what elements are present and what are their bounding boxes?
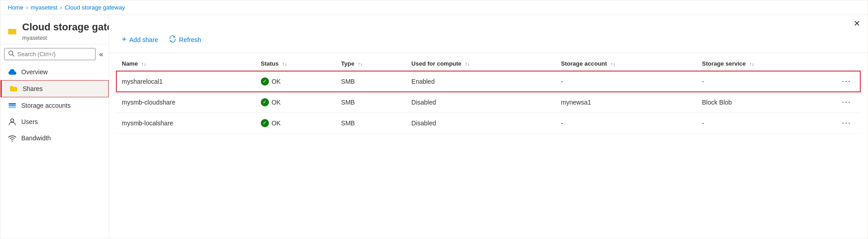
svg-point-12 <box>12 141 13 142</box>
check-icon: ✓ <box>261 98 269 106</box>
row-more-button[interactable]: ··· <box>838 117 855 129</box>
sidebar-item-bandwidth[interactable]: Bandwidth <box>0 130 109 146</box>
cell-more-actions: ··· <box>833 92 860 113</box>
header-text: Cloud storage gateway | Shares <box>22 20 109 41</box>
resource-title: Cloud storage gateway <box>22 21 109 33</box>
cell-compute: Disabled <box>406 113 556 134</box>
cell-name: mysharelocal1 <box>116 71 255 92</box>
svg-line-7 <box>13 55 14 57</box>
sidebar-item-shares[interactable]: Shares <box>0 80 109 97</box>
sidebar-item-label-users: Users <box>21 118 38 125</box>
sidebar-item-label-bandwidth: Bandwidth <box>21 134 51 142</box>
sidebar-item-users[interactable]: Users <box>0 114 109 130</box>
cell-status: ✓ OK <box>255 113 336 134</box>
sort-icon-name: ↑↓ <box>141 61 146 67</box>
storage-icon <box>8 101 17 110</box>
col-status-label: Status <box>261 60 279 67</box>
search-icon <box>8 50 14 58</box>
cell-status: ✓ OK <box>255 92 336 113</box>
col-actions <box>833 57 860 71</box>
wifi-icon <box>8 134 17 143</box>
col-storage-account[interactable]: Storage account ↑↓ <box>556 57 697 71</box>
page-container: Home › myasetest › Cloud storage gateway <box>0 0 868 239</box>
breadcrumb: Home › myasetest › Cloud storage gateway <box>0 0 868 15</box>
content-area: ✕ + Add share <box>109 15 868 239</box>
close-button[interactable]: ✕ <box>850 17 864 30</box>
status-text: OK <box>272 120 281 127</box>
breadcrumb-sep2: › <box>60 5 62 11</box>
row-more-button[interactable]: ··· <box>838 96 855 108</box>
col-name[interactable]: Name ↑↓ <box>116 57 255 71</box>
breadcrumb-sep1: › <box>26 5 28 11</box>
cell-storage-service: - <box>696 71 833 92</box>
table-row[interactable]: mysmb-cloudshare ✓ OK SMB Disabled mynew… <box>116 92 860 113</box>
header-left: Cloud storage gateway | Shares <box>8 20 109 41</box>
folder-nav-icon <box>9 84 18 93</box>
col-storage-service[interactable]: Storage service ↑↓ <box>696 57 833 71</box>
sidebar-item-label-storage: Storage accounts <box>21 102 71 109</box>
cell-type: SMB <box>336 71 406 92</box>
sort-icon-storage-service: ↑↓ <box>749 61 754 67</box>
refresh-button[interactable]: Refresh <box>163 33 206 47</box>
cell-storage-service: - <box>696 113 833 134</box>
table-container: Name ↑↓ Status ↑↓ Type ↑↓ <box>109 53 868 239</box>
col-storage-account-label: Storage account <box>561 60 607 67</box>
cell-more-actions: ··· <box>833 113 860 134</box>
breadcrumb-home[interactable]: Home <box>8 4 24 11</box>
sidebar-item-label-overview: Overview <box>21 68 48 76</box>
shares-table: Name ↑↓ Status ↑↓ Type ↑↓ <box>116 57 860 134</box>
add-share-button[interactable]: + Add share <box>116 32 163 47</box>
cell-type: SMB <box>336 92 406 113</box>
cell-storage-account: mynewsa1 <box>556 92 697 113</box>
breadcrumb-resource[interactable]: myasetest <box>31 4 58 11</box>
table-body: mysharelocal1 ✓ OK SMB Enabled - - <box>116 71 860 134</box>
col-type[interactable]: Type ↑↓ <box>336 57 406 71</box>
table-row[interactable]: mysharelocal1 ✓ OK SMB Enabled - - <box>116 71 860 92</box>
table-row[interactable]: mysmb-localshare ✓ OK SMB Disabled - - <box>116 113 860 134</box>
cell-more-actions: ··· <box>833 71 860 92</box>
col-used-for-compute[interactable]: Used for compute ↑↓ <box>406 57 556 71</box>
user-icon <box>8 117 17 126</box>
sidebar-item-label-shares: Shares <box>23 85 43 92</box>
search-input[interactable] <box>17 51 91 57</box>
sidebar-item-storage-accounts[interactable]: Storage accounts <box>0 97 109 114</box>
cell-storage-account: - <box>556 113 697 134</box>
cell-name: mysmb-cloudshare <box>116 92 255 113</box>
status-ok-indicator: ✓ OK <box>261 119 331 127</box>
sort-icon-storage-account: ↑↓ <box>610 61 615 67</box>
status-ok-indicator: ✓ OK <box>261 98 331 106</box>
breadcrumb-current: Cloud storage gateway <box>65 4 125 11</box>
sort-icon-compute: ↑↓ <box>465 61 470 67</box>
search-box <box>4 48 96 60</box>
status-text: OK <box>272 99 281 106</box>
svg-point-11 <box>11 119 14 122</box>
cell-compute: Enabled <box>406 71 556 92</box>
check-icon: ✓ <box>261 119 269 127</box>
cloud-icon <box>8 67 17 76</box>
add-icon: + <box>122 35 127 44</box>
check-icon: ✓ <box>261 77 269 86</box>
folder-icon-large <box>8 26 17 35</box>
col-name-label: Name <box>122 60 138 67</box>
sidebar-page-header: Cloud storage gateway | Shares <box>0 15 109 44</box>
col-type-label: Type <box>341 60 354 67</box>
sidebar-item-overview[interactable]: Overview <box>0 64 109 80</box>
main-layout: Cloud storage gateway | Shares <box>0 15 868 239</box>
svg-rect-8 <box>9 103 16 105</box>
status-text: OK <box>272 78 281 85</box>
cell-compute: Disabled <box>406 92 556 113</box>
sidebar-nav: Overview Shares <box>0 64 109 146</box>
col-storage-service-label: Storage service <box>702 60 746 67</box>
cell-storage-account: - <box>556 71 697 92</box>
sidebar: Cloud storage gateway | Shares <box>0 15 109 239</box>
col-compute-label: Used for compute <box>412 60 462 67</box>
sort-icon-status: ↑↓ <box>282 61 287 67</box>
search-row: « <box>0 44 109 64</box>
cell-storage-service: Block Blob <box>696 92 833 113</box>
col-status[interactable]: Status ↑↓ <box>255 57 336 71</box>
collapse-sidebar-button[interactable]: « <box>97 48 105 60</box>
sort-icon-type: ↑↓ <box>358 61 363 67</box>
page-title: Cloud storage gateway | Shares <box>22 20 109 34</box>
table-header: Name ↑↓ Status ↑↓ Type ↑↓ <box>116 57 860 71</box>
row-more-button[interactable]: ··· <box>838 76 855 87</box>
